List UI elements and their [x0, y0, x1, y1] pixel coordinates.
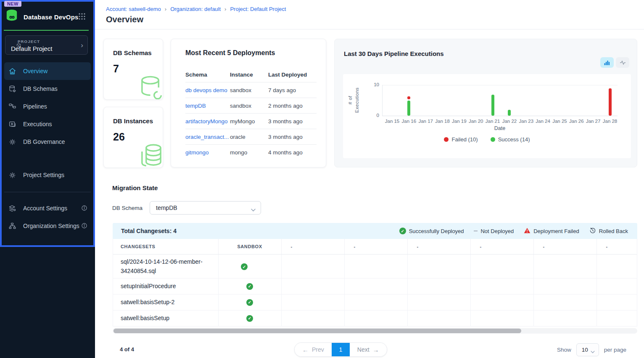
schema-link[interactable]: db devops demo [185, 87, 227, 93]
breadcrumb-separator: › [165, 6, 166, 12]
changeset-row: satwell:basisSetup-2 ✓ [113, 294, 637, 310]
stat-label: DB Schemas [113, 49, 152, 56]
schema-link[interactable]: gitmongo [185, 149, 209, 156]
total-changesets-bar: Total Changesets: 4 ✓ Successfully Deplo… [113, 223, 637, 239]
db-schema-select[interactable]: tempDB [150, 201, 261, 215]
bar-chart-icon[interactable] [600, 57, 614, 68]
home-icon [8, 67, 16, 75]
sidebar-item-account-settings[interactable]: Account Settings [4, 199, 91, 217]
stat-label: DB Instances [113, 117, 153, 125]
gridline [382, 85, 618, 85]
dash-icon [474, 231, 478, 231]
y-axis-label: # of Executions [347, 83, 372, 117]
breadcrumb-organization[interactable]: Organization: default [170, 6, 221, 12]
schema-link[interactable]: artifactoryMongo [185, 118, 228, 125]
rollback-icon [589, 227, 596, 235]
new-badge: NEW [4, 1, 21, 7]
sandbox-status-cell: ✓ [218, 278, 281, 294]
breadcrumb-account[interactable]: Account: satwell-demo [106, 6, 161, 12]
sidebar-item-label: Account Settings [23, 205, 67, 212]
chart-title: Last 30 Days Pipeline Executions [344, 50, 444, 57]
sidebar-item-pipelines[interactable]: Pipelines [4, 98, 91, 115]
column-header: Last Deployed [268, 72, 317, 78]
sidebar-item-project-settings[interactable]: Project Settings [4, 166, 91, 184]
database-stack-green-icon [138, 142, 163, 168]
database-outline-green-icon [138, 74, 163, 100]
org-gear-icon [8, 222, 16, 230]
project-settings-nav: Project Settings [4, 166, 91, 184]
next-page-button[interactable]: Next → [350, 343, 387, 356]
changesets-table: CHANGESETS SANDBOX - - - - - - sql/2024-… [113, 239, 637, 326]
legend-label: Success (14) [498, 136, 530, 143]
changesets-header-row: CHANGESETS SANDBOX - - - - - - [113, 239, 637, 254]
table-row: gitmongo mongo 4 months ago [185, 145, 317, 160]
x-axis-tick: Jan 28 [600, 119, 620, 124]
chart-bar-segment [609, 88, 612, 116]
instance-cell: mongo [230, 149, 268, 156]
page-header: Account: satwell-demo › Organization: de… [95, 0, 644, 29]
instance-cell: oracle [230, 134, 268, 140]
table-row: db devops demo sandbox 7 days ago [185, 82, 317, 98]
logo-row: Database DevOps [5, 7, 89, 27]
column-header-sandbox: SANDBOX [218, 239, 281, 254]
sidebar-item-db-schemas[interactable]: DB Schemas [4, 80, 91, 98]
chevron-down-icon [251, 206, 256, 213]
y-axis-line [382, 85, 383, 116]
scrollbar-thumb[interactable] [113, 329, 521, 333]
changesets-section: Total Changesets: 4 ✓ Successfully Deplo… [113, 223, 637, 334]
schema-link[interactable]: tempDB [185, 103, 206, 109]
pipeline-icon [8, 103, 16, 111]
project-name: Default Project [11, 45, 52, 52]
sidebar-item-organization-settings[interactable]: Organization Settings [4, 217, 91, 235]
chart-legend-item: Success (14) [491, 136, 530, 143]
breadcrumb-project[interactable]: Project: Default Project [230, 6, 286, 12]
y-axis-tick: 10 [371, 82, 379, 87]
sidebar-item-label: Overview [23, 68, 48, 74]
stat-value: 7 [113, 63, 119, 75]
chart-bar-segment [407, 101, 410, 116]
instance-cell: sandbox [230, 103, 268, 109]
sidebar-item-db-governance[interactable]: DB Governance [4, 133, 91, 151]
chart-plot-area: # of Executions 10 0 Jan 15Jan 16Jan 17J… [343, 74, 631, 158]
column-header-empty: - [344, 239, 407, 254]
sidebar-item-label: Project Settings [23, 172, 64, 178]
db-schema-value: tempDB [156, 204, 177, 211]
sidebar-item-overview[interactable]: Overview [4, 62, 91, 80]
page-size-select[interactable]: 10 [576, 343, 599, 356]
play-square-icon [8, 120, 16, 128]
instance-cell: myMongo [230, 118, 268, 125]
arrow-right-icon: → [373, 346, 379, 353]
column-header-changesets: CHANGESETS [113, 239, 218, 254]
legend-dot [491, 137, 495, 142]
changeset-name: sql/2024-10-14-12-06-member-34240854.sql [113, 254, 218, 278]
table-row: tempDB sandbox 2 months ago [185, 98, 317, 114]
db-instances-card: DB Instances 26 [103, 107, 163, 168]
row-count: 4 of 4 [120, 346, 134, 353]
breadcrumb-separator: › [224, 6, 226, 12]
schema-selector-row: DB Schema tempDB [112, 201, 261, 215]
sidebar-item-label: DB Governance [23, 138, 65, 145]
current-page-button[interactable]: 1 [332, 343, 350, 356]
changesets-table-viewport: CHANGESETS SANDBOX - - - - - - sql/2024-… [113, 239, 637, 326]
total-changesets-label: Total Changesets: 4 [121, 228, 399, 234]
info-icon[interactable] [81, 205, 87, 212]
prev-page-button[interactable]: ← Prev [295, 343, 332, 356]
last-deployed-cell: 4 months ago [268, 149, 317, 156]
page-title: Overview [106, 15, 143, 24]
table-row: artifactoryMongo myMongo 3 months ago [185, 114, 317, 129]
sidebar-item-executions[interactable]: Executions [4, 115, 91, 133]
sidebar-item-label: Pipelines [23, 103, 47, 110]
chevron-down-icon [591, 348, 595, 355]
last-deployed-cell: 7 days ago [268, 87, 317, 93]
gear-icon [8, 138, 16, 146]
schema-link[interactable]: oracle_transact... [185, 134, 229, 140]
changeset-name: setupInitialProcedure [113, 278, 218, 294]
line-chart-icon[interactable] [616, 57, 629, 68]
y-axis-tick: 0 [371, 113, 379, 118]
project-selector[interactable]: PROJECT Default Project › [5, 35, 88, 55]
legend-dot [444, 137, 449, 142]
x-axis-label: Date [382, 125, 618, 131]
project-label: PROJECT [11, 39, 40, 44]
info-icon[interactable] [81, 223, 87, 230]
apps-grid-icon[interactable] [78, 13, 86, 22]
